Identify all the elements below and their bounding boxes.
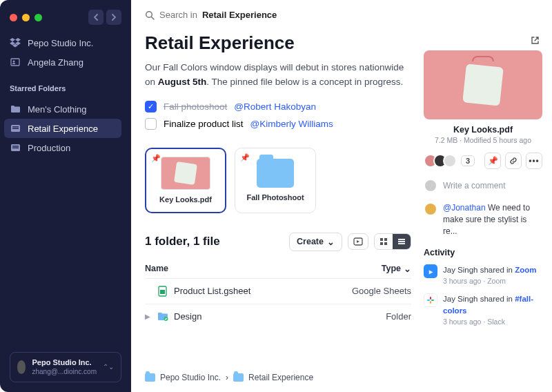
svg-rect-18 xyxy=(160,290,165,294)
activity-meta: 3 hours ago · Slack xyxy=(443,317,542,326)
task-text: Finalize product list xyxy=(164,119,244,129)
breadcrumb-current[interactable]: Retail Experience xyxy=(248,373,313,382)
pin-button[interactable]: 📌 xyxy=(484,153,501,169)
share-row: 3 📌 ••• xyxy=(424,153,542,169)
pin-icon: 📌 xyxy=(240,153,250,162)
activity-item[interactable]: Jay Singh shared in #fall-colors 3 hours… xyxy=(424,293,542,325)
copy-link-button[interactable] xyxy=(505,153,522,169)
account-name: Pepo Studio Inc. xyxy=(32,358,97,368)
details-panel: Key Looks.pdf 7.2 MB · Modified 5 hours … xyxy=(424,32,542,382)
checkbox-checked-icon[interactable]: ✓ xyxy=(145,101,157,112)
svg-rect-10 xyxy=(380,238,383,241)
comment-placeholder: Write a comment xyxy=(443,181,505,190)
svg-rect-0 xyxy=(11,59,19,66)
table-row[interactable]: Product List.gsheet Google Sheets xyxy=(145,278,411,304)
chevron-down-icon: ⌄ xyxy=(327,237,335,247)
avatar xyxy=(17,360,26,374)
pin-icon: 📌 xyxy=(151,154,161,163)
user-name: Angela Zhang xyxy=(28,57,83,68)
list-view-button[interactable] xyxy=(393,234,411,249)
task-item[interactable]: ✓ Fall photoshoot @Robert Hakobyan xyxy=(145,101,411,112)
page-description: Our Fall Colors window displays will deb… xyxy=(145,61,411,90)
row-type: Google Sheets xyxy=(335,286,411,296)
open-external-button[interactable] xyxy=(527,32,542,48)
nav-forward-button[interactable] xyxy=(106,10,121,25)
more-button[interactable]: ••• xyxy=(526,153,542,169)
column-type[interactable]: Type ⌄ xyxy=(335,264,411,274)
gsheet-icon xyxy=(157,286,174,297)
avatar xyxy=(424,202,437,216)
svg-rect-20 xyxy=(430,297,431,300)
share-count-badge[interactable]: 3 xyxy=(461,155,475,166)
pinned-card-file[interactable]: 📌 Key Looks.pdf xyxy=(145,148,226,213)
chevron-right-icon: › xyxy=(226,373,228,382)
table-row[interactable]: ▶ Design Folder xyxy=(145,304,411,329)
content: Retail Experience Our Fall Colors window… xyxy=(145,32,411,382)
search-prefix: Search in xyxy=(159,10,197,20)
main: Search in Retail Experience Retail Exper… xyxy=(131,0,552,392)
starred-section-label: Starred Folders xyxy=(10,84,121,92)
breadcrumb-root[interactable]: Pepo Studio Inc. xyxy=(160,373,221,382)
search-input[interactable]: Search in Retail Experience xyxy=(145,10,542,20)
folder-icon xyxy=(157,312,174,321)
folder-icon xyxy=(10,104,21,115)
column-name[interactable]: Name xyxy=(145,264,335,274)
minimize-window-icon[interactable] xyxy=(22,14,30,21)
svg-rect-23 xyxy=(431,300,434,301)
folder-thumbnail xyxy=(257,159,294,188)
breadcrumb: Pepo Studio Inc. › Retail Experience xyxy=(145,363,411,382)
nav-back-button[interactable] xyxy=(88,10,103,25)
activity-heading: Activity xyxy=(424,248,542,257)
dropbox-icon xyxy=(10,37,21,48)
activity-meta: 3 hours ago · Zoom xyxy=(443,277,537,285)
org-name: Pepo Studio Inc. xyxy=(28,38,93,48)
svg-rect-6 xyxy=(12,146,19,146)
file-preview[interactable] xyxy=(424,50,542,119)
automation-button[interactable] xyxy=(348,233,368,250)
sidebar-item-mens-clothing[interactable]: Men's Clothing xyxy=(4,99,121,119)
chevron-down-icon: ⌄ xyxy=(404,264,411,274)
account-switcher[interactable]: Pepo Studio Inc. zhang@...dioinc.com ⌃⌄ xyxy=(10,352,121,382)
svg-rect-22 xyxy=(430,301,431,304)
svg-rect-16 xyxy=(398,244,405,245)
row-type: Folder xyxy=(335,311,411,322)
row-name: Design xyxy=(174,311,335,322)
table-header: Name Type ⌄ xyxy=(145,259,411,278)
sidebar-item-label: Men's Clothing xyxy=(28,104,87,115)
mention[interactable]: @Robert Hakobyan xyxy=(234,101,316,112)
page-title: Retail Experience xyxy=(145,32,411,54)
sidebar-item-production[interactable]: Production xyxy=(4,138,121,157)
grid-view-button[interactable] xyxy=(375,234,393,249)
close-window-icon[interactable] xyxy=(10,14,17,21)
sidebar-item-retail-experience[interactable]: Retail Experience xyxy=(4,119,121,138)
pinned-card-folder[interactable]: 📌 Fall Photoshoot xyxy=(235,148,316,213)
user-home[interactable]: Angela Zhang xyxy=(10,57,121,68)
person-icon xyxy=(10,57,21,68)
svg-rect-7 xyxy=(12,148,19,148)
task-list: ✓ Fall photoshoot @Robert Hakobyan Final… xyxy=(145,101,411,135)
facepile[interactable] xyxy=(424,154,457,168)
card-label: Key Looks.pdf xyxy=(159,195,212,204)
org-selector[interactable]: Pepo Studio Inc. xyxy=(10,37,121,48)
pinned-cards: 📌 Key Looks.pdf 📌 Fall Photoshoot xyxy=(145,148,411,213)
folder-icon xyxy=(145,373,155,382)
expand-icon[interactable]: ▶ xyxy=(145,313,155,320)
svg-point-1 xyxy=(13,61,15,63)
task-item[interactable]: Finalize product list @Kimberly Williams xyxy=(145,118,411,130)
svg-rect-21 xyxy=(427,300,430,301)
comment-input[interactable]: Write a comment xyxy=(424,179,542,193)
activity-link[interactable]: Zoom xyxy=(515,266,536,274)
list-summary: 1 folder, 1 file xyxy=(145,235,220,248)
comment[interactable]: @Jonathan We need to make sure the styli… xyxy=(424,202,542,237)
mention[interactable]: @Jonathan xyxy=(443,203,486,213)
create-button[interactable]: Create ⌄ xyxy=(289,233,342,251)
checkbox-icon[interactable] xyxy=(145,118,157,130)
maximize-window-icon[interactable] xyxy=(34,14,42,21)
file-meta: 7.2 MB · Modified 5 hours ago xyxy=(424,136,542,144)
activity-item[interactable]: ▸ Jay Singh shared in Zoom 3 hours ago ·… xyxy=(424,264,542,285)
svg-rect-12 xyxy=(380,242,383,245)
slack-icon xyxy=(424,293,437,307)
mention[interactable]: @Kimberly Williams xyxy=(250,119,333,129)
collection-icon xyxy=(10,123,21,134)
card-label: Fall Photoshoot xyxy=(246,193,304,202)
